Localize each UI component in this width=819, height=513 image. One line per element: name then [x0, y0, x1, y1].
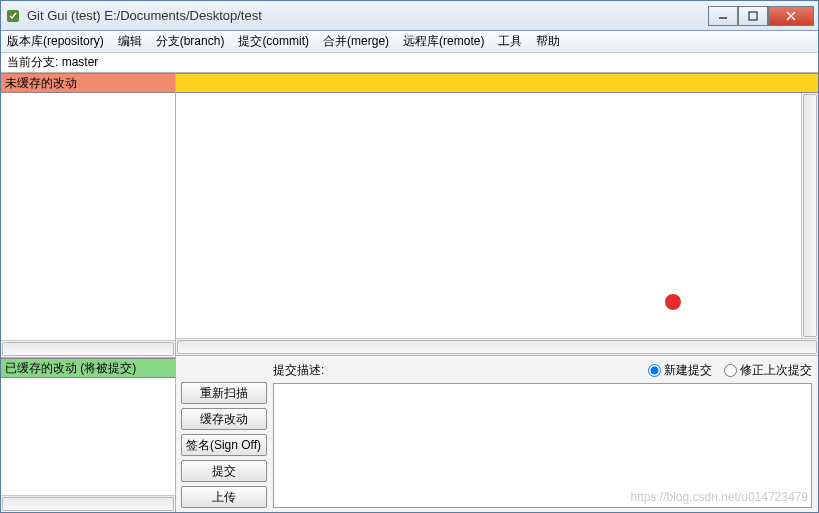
app-window: Git Gui (test) E:/Documents/Desktop/test… — [0, 0, 819, 513]
unstaged-pane: 未缓存的改动 — [1, 73, 175, 357]
rescan-button[interactable]: 重新扫描 — [181, 382, 267, 404]
diff-vscrollbar[interactable] — [801, 93, 818, 338]
menu-remote[interactable]: 远程库(remote) — [403, 33, 484, 50]
unstaged-hscrollbar[interactable] — [1, 340, 175, 357]
menu-branch[interactable]: 分支(branch) — [156, 33, 225, 50]
commit-column: 提交描述: 新建提交 修正上次提交 — [271, 356, 818, 512]
menu-commit[interactable]: 提交(commit) — [238, 33, 309, 50]
radio-amend-commit[interactable]: 修正上次提交 — [724, 362, 812, 379]
diff-hscrollbar[interactable] — [176, 338, 818, 355]
svg-rect-2 — [749, 12, 757, 20]
app-icon — [5, 8, 21, 24]
menu-merge[interactable]: 合并(merge) — [323, 33, 389, 50]
unstaged-list[interactable] — [1, 93, 175, 340]
branch-bar: 当前分支: master — [1, 53, 818, 73]
diff-content[interactable] — [176, 93, 801, 338]
minimize-button[interactable] — [708, 6, 738, 26]
window-controls — [708, 6, 814, 26]
menu-help[interactable]: 帮助 — [536, 33, 560, 50]
stage-button[interactable]: 缓存改动 — [181, 408, 267, 430]
titlebar[interactable]: Git Gui (test) E:/Documents/Desktop/test — [1, 1, 818, 31]
menubar: 版本库(repository) 编辑 分支(branch) 提交(commit)… — [1, 31, 818, 53]
marker-dot-icon — [665, 294, 681, 310]
commit-desc-label: 提交描述: — [273, 362, 324, 379]
push-button[interactable]: 上传 — [181, 486, 267, 508]
commit-button[interactable]: 提交 — [181, 460, 267, 482]
left-column: 未缓存的改动 已缓存的改动 (将被提交) — [1, 73, 176, 512]
radio-new-commit[interactable]: 新建提交 — [648, 362, 712, 379]
menu-edit[interactable]: 编辑 — [118, 33, 142, 50]
staged-hscrollbar[interactable] — [1, 495, 175, 512]
diff-header[interactable] — [176, 73, 818, 93]
radio-new-commit-label: 新建提交 — [664, 362, 712, 379]
signoff-button[interactable]: 签名(Sign Off) — [181, 434, 267, 456]
unstaged-header[interactable]: 未缓存的改动 — [1, 73, 175, 93]
right-column: 重新扫描 缓存改动 签名(Sign Off) 提交 上传 提交描述: 新建提交 — [176, 73, 818, 512]
commit-message-input[interactable] — [273, 383, 812, 508]
current-branch-label: 当前分支: master — [7, 54, 98, 71]
menu-repository[interactable]: 版本库(repository) — [7, 33, 104, 50]
window-title: Git Gui (test) E:/Documents/Desktop/test — [27, 8, 708, 23]
close-button[interactable] — [768, 6, 814, 26]
staged-list[interactable] — [1, 378, 175, 495]
radio-new-commit-input[interactable] — [648, 364, 661, 377]
commit-area: 重新扫描 缓存改动 签名(Sign Off) 提交 上传 提交描述: 新建提交 — [176, 355, 818, 512]
maximize-button[interactable] — [738, 6, 768, 26]
staged-header[interactable]: 已缓存的改动 (将被提交) — [1, 358, 175, 378]
action-buttons: 重新扫描 缓存改动 签名(Sign Off) 提交 上传 — [176, 356, 271, 512]
menu-tools[interactable]: 工具 — [498, 33, 522, 50]
radio-amend-commit-input[interactable] — [724, 364, 737, 377]
radio-amend-commit-label: 修正上次提交 — [740, 362, 812, 379]
staged-pane: 已缓存的改动 (将被提交) — [1, 357, 175, 512]
diff-area — [176, 73, 818, 355]
main-area: 未缓存的改动 已缓存的改动 (将被提交) — [1, 73, 818, 512]
